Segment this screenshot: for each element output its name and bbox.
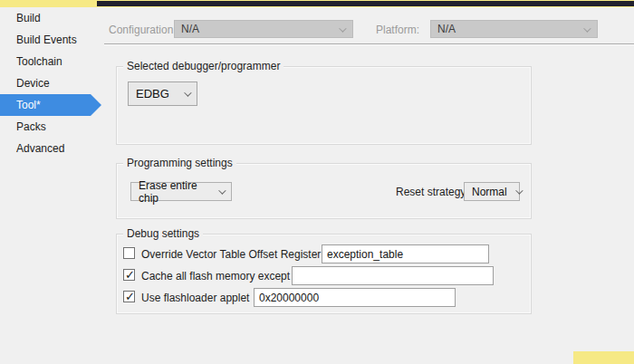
cache-flash-checkbox[interactable] — [123, 269, 135, 281]
cache-exception-input[interactable] — [292, 266, 494, 285]
chevron-down-icon — [218, 187, 226, 194]
flashloader-address-input[interactable] — [254, 288, 456, 307]
sidebar-item-toolchain[interactable]: Toolchain — [0, 51, 91, 72]
debugger-group-title: Selected debugger/programmer — [123, 60, 283, 72]
programming-group: Programming settings Erase entire chip R… — [116, 163, 532, 219]
cache-flash-label: Cache all flash memory except — [141, 270, 290, 283]
programming-group-title: Programming settings — [123, 157, 236, 169]
erase-mode-value: Erase entire chip — [139, 179, 210, 205]
reset-strategy-label: Reset strategy — [396, 186, 466, 198]
top-dark-bar — [97, 1, 634, 6]
configuration-label: Configuration: — [109, 24, 177, 36]
debug-group: Debug settings Override Vector Table Off… — [116, 234, 532, 314]
sidebar-item-build[interactable]: Build — [0, 7, 91, 29]
configuration-combobox: N/A — [174, 20, 353, 38]
sidebar-item-label: Tool* — [16, 99, 41, 111]
sidebar-item-advanced[interactable]: Advanced — [0, 138, 91, 159]
bottom-right-accent — [573, 351, 634, 364]
chevron-down-icon — [339, 24, 346, 32]
platform-value: N/A — [437, 23, 456, 35]
chevron-down-icon — [184, 89, 191, 96]
flashloader-checkbox[interactable] — [123, 291, 135, 302]
sidebar-item-device[interactable]: Device — [0, 72, 91, 94]
erase-mode-combobox[interactable]: Erase entire chip — [130, 182, 232, 201]
toolbar-separator — [104, 43, 634, 44]
sidebar-item-packs[interactable]: Packs — [0, 116, 91, 138]
tool-properties-page: Build Build Events Toolchain Device Tool… — [0, 0, 634, 364]
override-vtor-checkbox[interactable] — [123, 247, 135, 259]
flashloader-label: Use flashloader applet — [141, 292, 249, 304]
platform-combobox: N/A — [430, 20, 598, 38]
sidebar-item-tool[interactable]: Tool* — [0, 94, 91, 116]
override-vtor-label: Override Vector Table Offset Register — [141, 248, 321, 261]
debugger-group: Selected debugger/programmer EDBG — [116, 66, 532, 145]
platform-label: Platform: — [376, 24, 419, 36]
debugger-value: EDBG — [136, 87, 169, 101]
chevron-down-icon — [515, 187, 523, 194]
reset-strategy-value: Normal — [472, 186, 507, 198]
chevron-down-icon — [583, 24, 591, 32]
debugger-combobox[interactable]: EDBG — [128, 81, 197, 106]
reset-strategy-combobox[interactable]: Normal — [464, 182, 520, 201]
properties-nav: Build Build Events Toolchain Device Tool… — [0, 7, 104, 159]
debug-group-title: Debug settings — [123, 227, 203, 240]
configuration-value: N/A — [181, 23, 199, 35]
vector-table-offset-input[interactable] — [322, 244, 489, 263]
sidebar-item-build-events[interactable]: Build Events — [0, 29, 91, 51]
top-accent-bar — [0, 0, 634, 7]
selected-arrow-icon — [91, 94, 101, 116]
